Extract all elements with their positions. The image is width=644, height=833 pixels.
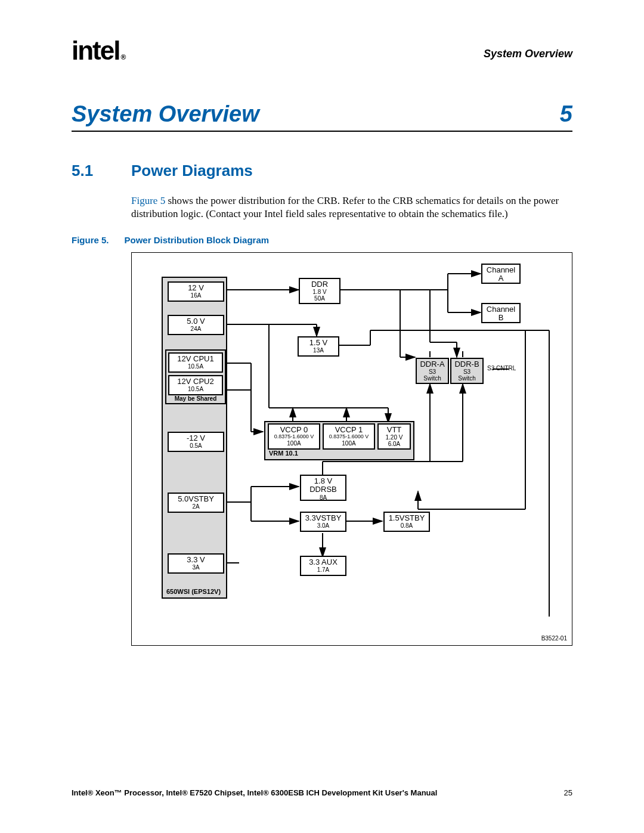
section-number: 5.1: [72, 162, 131, 180]
block-12v-cpu2: 12V CPU2 10.5A: [168, 375, 223, 395]
figure-caption: Figure 5.Power Distribution Block Diagra…: [72, 235, 572, 245]
block-ddr-b-switch: DDR-B S3 Switch: [450, 358, 484, 384]
psu-label: 650WSI (EPS12V): [166, 588, 221, 595]
block-channel-a: Channel A: [481, 264, 521, 284]
block-ddr: DDR 1.8 V 50A: [299, 278, 340, 304]
chapter-number: 5: [560, 101, 572, 127]
block-ddrsb: 1.8 V DDRSB 8A: [300, 475, 346, 501]
page-number: 25: [564, 788, 572, 797]
block-3v3: 3.3 V 3A: [168, 553, 224, 574]
figure-label: Figure 5.: [72, 235, 109, 245]
block-12v-cpu1: 12V CPU1 10.5A: [168, 352, 223, 373]
figure-reference: Figure 5: [131, 195, 165, 206]
page-header: intel® System Overview: [72, 36, 572, 72]
block-vccp0: VCCP 0 0.8375-1.6000 V 100A: [268, 423, 320, 450]
block-neg12v: -12 V 0.5A: [168, 432, 224, 452]
block-12v: 12 V 16A: [168, 281, 224, 302]
block-vtt: VTT 1.20 V 6.0A: [377, 423, 411, 450]
header-section-label: System Overview: [484, 48, 572, 60]
block-1v5: 1.5 V 13A: [298, 336, 339, 357]
cpu-shared-group: 12V CPU1 10.5A 12V CPU2 10.5A May be Sha…: [165, 349, 226, 404]
power-diagram: 650WSI (EPS12V) 12 V 16A 5.0 V 24A 12V C…: [131, 252, 572, 646]
section-heading: 5.1 Power Diagrams: [72, 162, 572, 180]
body-rest: shows the power distribution for the CRB…: [131, 195, 559, 219]
vrm-label: VRM 10.1: [269, 450, 298, 457]
page-footer: Intel® Xeon™ Processor, Intel® E7520 Chi…: [72, 788, 572, 797]
intel-logo: intel®: [72, 36, 125, 66]
logo-text: intel: [72, 36, 119, 65]
block-1v5stby: 1.5VSTBY 0.8A: [383, 512, 430, 532]
block-ddr-a-switch: DDR-A S3 Switch: [416, 358, 449, 384]
block-channel-b: Channel B: [481, 303, 521, 323]
diagram-id: B3522-01: [541, 635, 567, 642]
section-title: Power Diagrams: [131, 162, 253, 180]
s3-cntrl-label: S3 CNTRL: [487, 365, 516, 371]
block-3v3stby: 3.3VSTBY 3.0A: [300, 512, 346, 532]
may-be-shared-label: May be Shared: [166, 395, 225, 402]
block-5v: 5.0 V 24A: [168, 315, 224, 335]
block-5vstby: 5.0VSTBY 2A: [168, 493, 224, 513]
footer-text: Intel® Xeon™ Processor, Intel® E7520 Chi…: [72, 788, 437, 797]
chapter-heading: System Overview 5: [72, 101, 572, 132]
section-body: Figure 5 shows the power distribution fo…: [131, 194, 572, 221]
block-3v3aux: 3.3 AUX 1.7A: [300, 556, 346, 576]
figure-title: Power Distribution Block Diagram: [125, 235, 270, 245]
block-vccp1: VCCP 1 0.8375-1.6000 V 100A: [323, 423, 375, 450]
chapter-title: System Overview: [72, 101, 259, 127]
logo-reg: ®: [120, 53, 125, 61]
